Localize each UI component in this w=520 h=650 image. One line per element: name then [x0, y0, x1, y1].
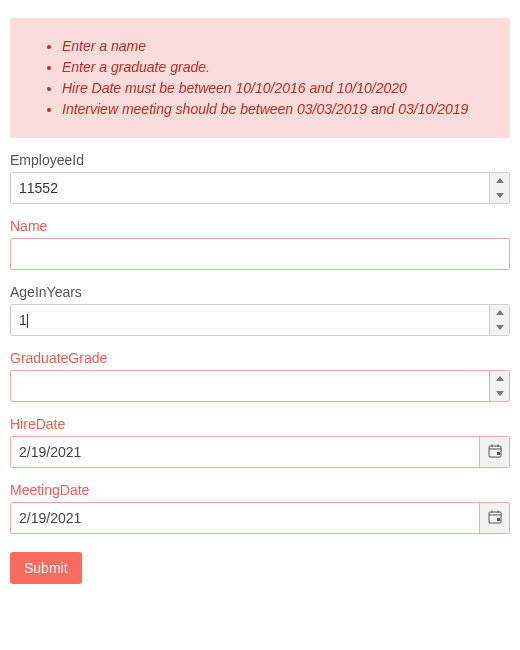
validation-error-list: Enter a name Enter a graduate grade. Hir…: [28, 36, 492, 120]
hire-date-picker-button[interactable]: [479, 437, 509, 467]
chevron-up-icon: [496, 376, 504, 381]
employee-id-spinner[interactable]: [489, 173, 509, 203]
age-value: 1: [11, 305, 489, 335]
chevron-up-icon: [496, 310, 504, 315]
spinner-down-button[interactable]: [490, 386, 509, 401]
employee-id-input[interactable]: 11552: [10, 172, 510, 204]
spinner-up-button[interactable]: [490, 305, 509, 320]
text-cursor: [27, 314, 28, 328]
svg-rect-2: [497, 452, 500, 455]
calendar-icon: [488, 510, 502, 527]
hire-date-value: 2/19/2021: [11, 437, 479, 467]
svg-rect-5: [489, 512, 501, 523]
meeting-date-value: 2/19/2021: [11, 503, 479, 533]
submit-button[interactable]: Submit: [10, 552, 82, 584]
name-input[interactable]: [10, 238, 510, 270]
label-hire-date: HireDate: [10, 416, 510, 432]
meeting-date-input[interactable]: 2/19/2021: [10, 502, 510, 534]
spinner-down-button[interactable]: [490, 188, 509, 203]
label-employee-id: EmployeeId: [10, 152, 510, 168]
age-spinner[interactable]: [489, 305, 509, 335]
employee-id-value: 11552: [11, 173, 489, 203]
chevron-down-icon: [496, 325, 504, 330]
hire-date-input[interactable]: 2/19/2021: [10, 436, 510, 468]
field-hire-date: HireDate 2/19/2021: [10, 416, 510, 468]
field-age: AgeInYears 1: [10, 284, 510, 336]
field-meeting-date: MeetingDate 2/19/2021: [10, 482, 510, 534]
grade-input[interactable]: [10, 370, 510, 402]
validation-summary: Enter a name Enter a graduate grade. Hir…: [10, 18, 510, 138]
field-employee-id: EmployeeId 11552: [10, 152, 510, 204]
spinner-down-button[interactable]: [490, 320, 509, 335]
chevron-down-icon: [496, 193, 504, 198]
svg-rect-7: [497, 518, 500, 521]
age-input[interactable]: 1: [10, 304, 510, 336]
validation-error-item: Enter a graduate grade.: [62, 57, 492, 78]
spinner-up-button[interactable]: [490, 173, 509, 188]
label-grade: GraduateGrade: [10, 350, 510, 366]
label-age: AgeInYears: [10, 284, 510, 300]
chevron-down-icon: [496, 391, 504, 396]
meeting-date-picker-button[interactable]: [479, 503, 509, 533]
validation-error-item: Interview meeting should be between 03/0…: [62, 99, 492, 120]
chevron-up-icon: [496, 178, 504, 183]
label-name: Name: [10, 218, 510, 234]
calendar-icon: [488, 444, 502, 461]
label-meeting-date: MeetingDate: [10, 482, 510, 498]
spinner-up-button[interactable]: [490, 371, 509, 386]
validation-error-item: Hire Date must be between 10/10/2016 and…: [62, 78, 492, 99]
svg-rect-0: [489, 446, 501, 457]
grade-spinner[interactable]: [489, 371, 509, 401]
field-grade: GraduateGrade: [10, 350, 510, 402]
validation-error-item: Enter a name: [62, 36, 492, 57]
field-name: Name: [10, 218, 510, 270]
